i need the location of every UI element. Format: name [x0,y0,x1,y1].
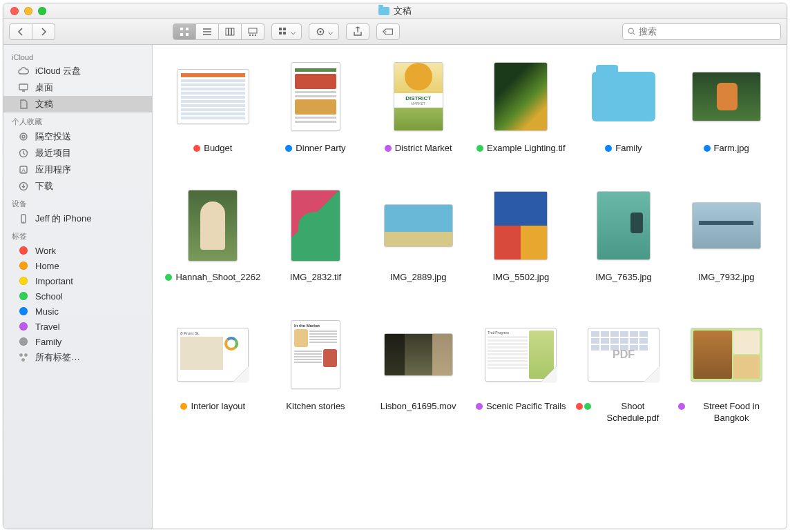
sidebar-item-family[interactable]: Family [3,334,152,349]
svg-rect-6 [231,28,234,35]
list-view-button[interactable] [196,23,219,40]
sidebar-item-label: 所有标签… [35,351,80,364]
sidebar-item-label: 下载 [35,180,53,193]
sidebar-item-隔空投送[interactable]: 隔空投送 [3,128,152,145]
sidebar-item-icloud-云盘[interactable]: iCloud 云盘 [3,63,152,79]
sidebar-item-music[interactable]: Music [3,304,152,319]
sidebar-item-label: iCloud 云盘 [35,65,81,77]
sidebar-item-jeff-的-iphone[interactable]: Jeff 的 iPhone [3,210,152,227]
close-button[interactable] [10,7,19,15]
forward-button[interactable] [32,23,55,40]
search-input[interactable] [639,26,776,37]
file-thumbnail [483,188,559,264]
file-item[interactable]: Budget [165,59,261,155]
sidebar-item-travel[interactable]: Travel [3,319,152,334]
window-title-text: 文稿 [394,5,412,17]
file-thumbnail: PDF [586,317,662,393]
svg-rect-19 [19,84,28,90]
search-field[interactable] [622,23,781,40]
share-button[interactable] [346,23,369,40]
sidebar-item-label: School [35,291,63,302]
file-thumbnail [278,59,354,135]
file-item[interactable]: Street Food in Bangkok [678,317,774,424]
back-button[interactable] [9,23,32,40]
file-label: Dinner Party [285,143,345,155]
svg-rect-1 [186,28,189,30]
sidebar-item-label: Travel [35,322,60,332]
sidebar-item-所有标签…[interactable]: 所有标签… [3,349,152,366]
svg-point-16 [320,30,322,32]
file-item[interactable]: In the Market Kitchen stories [268,317,364,424]
sidebar-item-work[interactable]: Work [3,243,152,258]
file-item[interactable]: Example Lighting.tif [473,59,569,155]
file-item[interactable]: Farm.jpg [678,59,774,155]
svg-rect-9 [252,35,253,36]
folder-icon [378,7,389,15]
gallery-icon [247,26,258,37]
sidebar-item-最近项目[interactable]: 最近项目 [3,145,152,161]
sidebar-item-home[interactable]: Home [3,258,152,273]
sidebar-section-header: iCloud [3,49,152,63]
file-item[interactable]: DISTRICTMARKET District Market [370,59,466,155]
sidebar-item-school[interactable]: School [3,288,152,304]
file-item[interactable]: Family [576,59,672,155]
sidebar-item-label: 桌面 [35,81,53,94]
sidebar-item-下载[interactable]: 下载 [3,178,152,195]
sidebar-item-important[interactable]: Important [3,273,152,288]
sidebar-item-label: Family [35,337,61,347]
sidebar-item-应用程序[interactable]: A 应用程序 [3,161,152,178]
desktop-icon [17,82,30,93]
tags-button[interactable] [376,23,400,40]
arrange-icon [278,26,289,37]
file-label: Budget [193,143,232,155]
file-label: Interior layout [180,401,245,413]
list-icon [202,26,213,37]
file-item[interactable]: Trail Progress Scenic Pacific Trails [473,317,569,424]
svg-rect-7 [249,28,257,33]
file-label: District Market [385,143,452,155]
file-item[interactable]: IMG_2889.jpg [370,188,466,284]
action-button[interactable]: ⌵ [309,23,339,40]
view-buttons [173,23,264,40]
file-label: Shoot Schedule.pdf [576,401,672,424]
sidebar-section-header: 设备 [3,195,152,210]
file-thumbnail [175,59,251,135]
column-view-button[interactable] [219,23,242,40]
content-area[interactable]: Budget Dinner PartyDISTRICTMARKET Distri… [153,45,787,529]
svg-text:A: A [21,167,26,174]
iphone-icon [17,213,30,224]
columns-icon [224,26,235,37]
file-item[interactable]: 8 Front St. Interior layout [165,317,261,424]
tag-icon [17,260,30,271]
file-item[interactable]: IMG_7932.jpg [678,188,774,284]
sidebar-item-label: Work [35,246,56,256]
file-thumbnail: DISTRICTMARKET [380,59,456,135]
arrange-button[interactable]: ⌵ [271,23,302,40]
sidebar-item-桌面[interactable]: 桌面 [3,79,152,96]
file-thumbnail: 8 Front St. [175,317,251,393]
file-item[interactable]: PDF Shoot Schedule.pdf [576,317,672,424]
tag-icon [17,275,30,286]
tag-icon [17,306,30,317]
minimize-button[interactable] [24,7,32,15]
svg-rect-12 [283,28,286,30]
chevron-down-icon: ⌵ [328,27,333,37]
cloud-icon [17,66,30,77]
file-item[interactable]: IMG_2832.tif [268,188,364,284]
icon-view-button[interactable] [173,23,196,40]
file-item[interactable]: IMG_5502.jpg [473,188,569,284]
window-body: iCloud iCloud 云盘 桌面 文稿个人收藏 隔空投送 最近项目A 应用… [3,45,787,529]
gallery-view-button[interactable] [242,23,264,40]
file-item[interactable]: Hannah_Shoot_2262 [165,188,261,284]
file-item[interactable]: Lisbon_61695.mov [370,317,466,424]
svg-point-21 [22,135,25,138]
file-item[interactable]: IMG_7635.jpg [576,188,672,284]
file-item[interactable]: Dinner Party [268,59,364,155]
sidebar-item-文稿[interactable]: 文稿 [3,96,152,112]
finder-window: 文稿 [3,3,787,529]
grid-icon [179,26,190,37]
file-label: Scenic Pacific Trails [476,401,566,413]
search-icon [627,27,636,36]
zoom-button[interactable] [38,7,46,15]
sidebar-item-label: Music [35,306,59,317]
